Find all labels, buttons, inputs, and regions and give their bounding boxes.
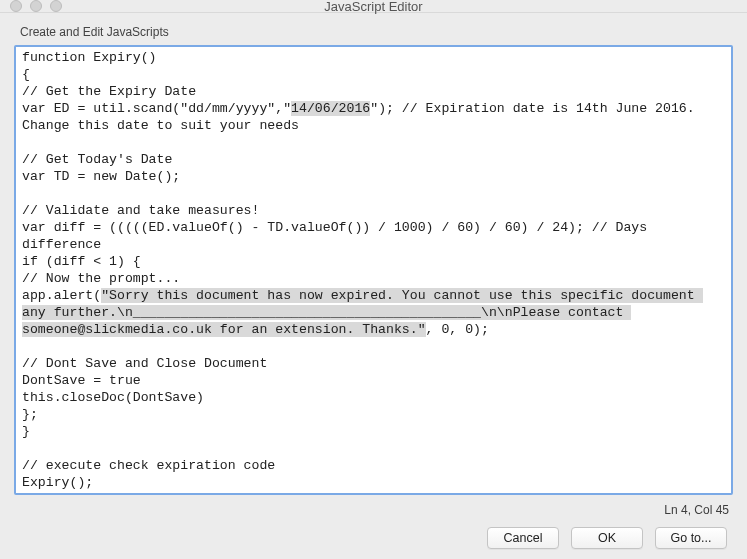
code-line: // Get the Expiry Date [22, 84, 196, 99]
zoom-icon[interactable] [50, 0, 62, 12]
code-line: { [22, 67, 30, 82]
code-editor[interactable]: function Expiry() { // Get the Expiry Da… [22, 49, 725, 491]
window-title: JavaScript Editor [0, 0, 747, 14]
selection: 14/06/2016 [291, 101, 370, 116]
close-icon[interactable] [10, 0, 22, 12]
code-line: // Get Today's Date [22, 152, 172, 167]
minimize-icon[interactable] [30, 0, 42, 12]
selection: "Sorry this document has now expired. Yo… [22, 288, 703, 337]
window-root: JavaScript Editor Create and Edit JavaSc… [0, 0, 747, 559]
code-line: this.closeDoc(DontSave) [22, 390, 204, 405]
code-line: }; [22, 407, 38, 422]
dialog-body: Create and Edit JavaScripts function Exp… [0, 13, 747, 559]
code-line: var diff = (((((ED.valueOf() - TD.valueO… [22, 220, 655, 252]
code-line: // execute check expiration code [22, 458, 275, 473]
code-line: if (diff < 1) { [22, 254, 141, 269]
code-line: var TD = new Date(); [22, 169, 180, 184]
code-line: var ED = util.scand("dd/mm/yyyy","14/06/… [22, 101, 703, 133]
code-line: // Dont Save and Close Document [22, 356, 267, 371]
code-line: // Validate and take measures! [22, 203, 259, 218]
cancel-button[interactable]: Cancel [487, 527, 559, 549]
button-bar: Cancel OK Go to... [14, 527, 733, 559]
code-line: app.alert("Sorry this document has now e… [22, 288, 703, 337]
section-label: Create and Edit JavaScripts [20, 25, 733, 39]
code-line: Expiry(); [22, 475, 93, 490]
code-line: function Expiry() [22, 50, 157, 65]
window-controls [0, 0, 62, 12]
code-line: DontSave = true [22, 373, 141, 388]
code-line: // Now the prompt... [22, 271, 180, 286]
code-line: } [22, 424, 30, 439]
goto-button[interactable]: Go to... [655, 527, 727, 549]
cursor-position: Ln 4, Col 45 [14, 495, 733, 527]
ok-button[interactable]: OK [571, 527, 643, 549]
titlebar: JavaScript Editor [0, 0, 747, 13]
code-editor-frame: function Expiry() { // Get the Expiry Da… [14, 45, 733, 495]
